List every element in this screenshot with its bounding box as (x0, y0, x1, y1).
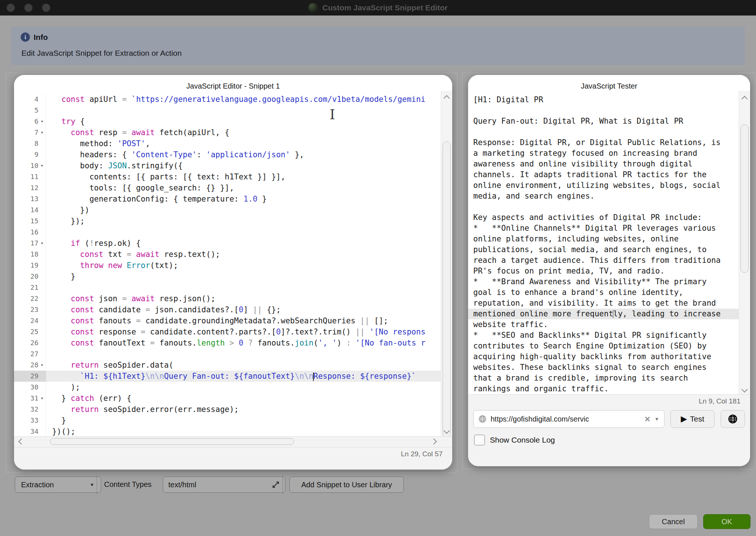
tester-line: goal is to enhance a brand's online iden… (468, 287, 750, 298)
info-banner: i Info Edit JavaScript Snippet for Extra… (11, 27, 745, 65)
line-number: 19 (14, 260, 46, 271)
show-console-log-control[interactable]: Show Console Log (474, 434, 555, 446)
tester-line: Response: Digital PR, or Digital Public … (468, 137, 750, 148)
line-number: 13 (14, 193, 46, 205)
add-snippet-to-user-library-button[interactable]: Add Snippet to User Library (289, 477, 404, 493)
tester-line: channels. It adapts traditional PR tacti… (468, 169, 750, 180)
line-number: 26 (14, 337, 46, 348)
scroll-left-icon[interactable] (18, 439, 25, 445)
fold-icon[interactable]: ▾ (38, 393, 46, 404)
scroll-down-icon[interactable] (444, 428, 450, 434)
expand-icon[interactable] (272, 481, 280, 489)
editor-vertical-scrollbar[interactable] (441, 91, 452, 437)
line-number: 5 (14, 105, 46, 116)
content-types-input[interactable]: text/html (163, 477, 285, 493)
globe-icon (478, 415, 487, 423)
tester-line: reputation, and visibility. It aims to g… (468, 298, 750, 309)
code-line: 7▾ const resp = await fetch(apiUrl, { (14, 127, 452, 138)
tester-line: websites. These backlinks signal to sear… (468, 362, 750, 373)
code-line: 32 return seoSpider.error(err.message); (14, 404, 452, 415)
line-number: 27 (14, 348, 46, 360)
info-banner-description: Edit JavaScript Snippet for Extraction o… (21, 49, 182, 58)
line-number: 17▾ (14, 238, 46, 249)
code-line: 30 ); (14, 382, 452, 393)
tester-line (468, 105, 750, 116)
code-line: 21 (14, 282, 452, 293)
cancel-button[interactable]: Cancel (649, 514, 698, 529)
scroll-right-icon[interactable] (431, 439, 437, 445)
tester-line: awareness and online visibility through … (468, 159, 750, 169)
globe-icon (728, 414, 738, 424)
code-editor-area[interactable]: 4 const apiUrl = `https://generativelang… (14, 91, 452, 437)
javascript-editor-panel: JavaScript Editor - Snippet 1 4 const ap… (14, 75, 452, 470)
test-button-label: Test (690, 415, 704, 423)
window-controls (7, 4, 50, 12)
clear-url-icon[interactable]: × (645, 414, 650, 424)
tester-line: contributes to Search Engine Optimizatio… (468, 341, 750, 351)
line-number: 34 (14, 426, 46, 437)
code-line: 15 }); (14, 216, 452, 227)
tester-line: rankings and organic traffic. (468, 384, 750, 394)
code-line: 29 `H1: ${h1Text}\n\nQuery Fan-out: ${fa… (14, 371, 452, 382)
tester-line: [H1: Digital PR (468, 95, 750, 105)
window-titlebar: Custom JavaScript Snippet Editor (0, 0, 756, 16)
code-line: 26 const fanoutText = fanouts.length > 0… (14, 337, 452, 348)
url-dropdown-caret-icon[interactable]: ▾ (654, 416, 660, 422)
code-line: 22 const json = await resp.json(); (14, 293, 452, 304)
fold-icon[interactable]: ▾ (38, 127, 46, 138)
tester-panel-title: JavaScript Tester (468, 75, 750, 92)
editor-vscrollbar-thumb[interactable] (443, 141, 451, 437)
open-in-browser-button[interactable] (721, 410, 745, 428)
line-number: 30 (14, 382, 46, 393)
scroll-down-icon[interactable] (742, 386, 748, 393)
snippet-type-dropdown[interactable]: Extraction ▾ (15, 477, 101, 493)
tester-line: that a brand is credible, improving its … (468, 373, 750, 384)
code-lines: 4 const apiUrl = `https://generativelang… (14, 94, 452, 437)
ok-button[interactable]: OK (703, 514, 750, 529)
javascript-tester-panel: JavaScript Tester [H1: Digital PRQuery F… (468, 75, 750, 466)
line-number: 31▾ (14, 393, 46, 404)
tester-vertical-scrollbar[interactable] (739, 91, 750, 395)
test-url-value: https://gofishdigital.com/servic (491, 415, 641, 423)
editor-hscrollbar-thumb[interactable] (50, 438, 294, 445)
code-line: 4 const apiUrl = `https://generativelang… (14, 94, 452, 105)
scroll-up-icon[interactable] (742, 96, 748, 102)
editor-bottom-zone: Ln 29, Col 57 (14, 436, 452, 470)
editor-caret-status: Ln 29, Col 57 (14, 447, 452, 470)
test-button[interactable]: ▶ Test (670, 410, 715, 428)
tester-line: Key aspects and activities of Digital PR… (468, 212, 750, 223)
line-number: 21 (14, 282, 46, 293)
dropdown-caret-icon: ▾ (89, 481, 95, 488)
fold-icon[interactable]: ▾ (38, 116, 46, 127)
fold-icon[interactable]: ▾ (38, 238, 46, 249)
code-line: 20 } (14, 271, 452, 282)
code-line: 24 const fanouts = candidate.groundingMe… (14, 315, 452, 326)
code-line: 25 const response = candidate.content?.p… (14, 326, 452, 337)
minimize-button[interactable] (24, 4, 32, 12)
info-banner-title: Info (34, 33, 48, 42)
show-console-log-checkbox[interactable] (474, 434, 485, 446)
tester-vscrollbar-thumb[interactable] (740, 124, 749, 273)
line-number: 22 (14, 293, 46, 304)
close-button[interactable] (7, 4, 15, 12)
play-icon: ▶ (681, 415, 687, 423)
test-url-input[interactable]: https://gofishdigital.com/servic × ▾ (473, 410, 664, 428)
app-icon (308, 3, 318, 13)
code-line: 31▾ } catch (err) { (14, 393, 452, 404)
tester-line: online platforms, including websites, on… (468, 234, 750, 244)
editor-horizontal-scrollbar[interactable] (14, 437, 452, 446)
tester-line: * **SEO and Backlinks** Digital PR signi… (468, 330, 750, 341)
code-line: 17▾ if (!resp.ok) { (14, 238, 452, 249)
line-number: 7▾ (14, 127, 46, 138)
code-line: 12 tools: [{ google_search: {} }], (14, 182, 452, 193)
snippet-type-value: Extraction (21, 481, 54, 489)
fold-icon[interactable]: ▾ (38, 360, 46, 371)
zoom-button[interactable] (42, 4, 50, 12)
tester-output-area[interactable]: [H1: Digital PRQuery Fan-out: Digital PR… (468, 91, 750, 395)
code-line: 33 } (14, 415, 452, 426)
line-number: 10▾ (14, 160, 46, 171)
code-line: 6▾ try { (14, 116, 452, 127)
scroll-up-icon[interactable] (444, 95, 450, 102)
fold-icon[interactable]: ▾ (38, 160, 46, 171)
cancel-button-label: Cancel (662, 518, 685, 526)
